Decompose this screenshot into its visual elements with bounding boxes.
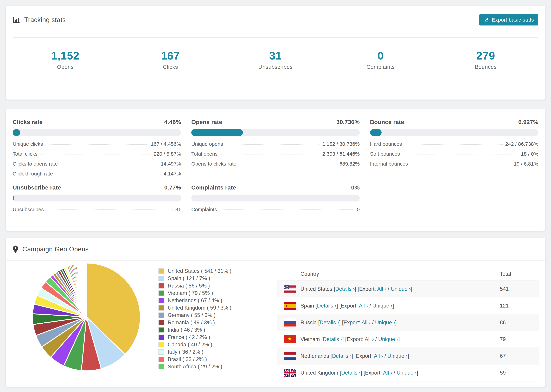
rates-grid: Clicks rate4.46%Unique clicks167 / 4.456… <box>6 109 545 217</box>
bracket: ] <box>398 336 400 342</box>
geo-total-vietnam: 79 <box>500 336 506 343</box>
stat-line-label: Unique clicks <box>13 141 43 147</box>
bracket: ] <box>407 353 409 359</box>
export-all-link-netherlands[interactable]: All › <box>374 353 383 359</box>
legend-item-south-africa[interactable]: South Africa ( 29 / 2% ) <box>158 363 231 370</box>
bracket: ] [ <box>336 303 341 309</box>
details-link-united-kingdom[interactable]: Details › <box>341 370 361 376</box>
legend-item-italy[interactable]: Italy ( 36 / 2% ) <box>158 348 231 356</box>
geo-total-united-kingdom: 59 <box>500 370 506 376</box>
dotted-leader <box>239 164 337 164</box>
tracking-stats-card: Tracking stats Export basic stats 1,152O… <box>6 6 545 100</box>
stat-line-click-through-rate: Click through rate4.147% <box>13 171 181 181</box>
stat-line-value: 18 / 0% <box>521 151 538 157</box>
legend-item-romania[interactable]: Romania ( 49 / 3% ) <box>158 319 231 326</box>
legend-label: Netherlands ( 67 / 4% ) <box>168 297 222 304</box>
legend-item-united-kingdom[interactable]: United Kingdom ( 59 / 3% ) <box>158 304 231 311</box>
export-all-link-united-states[interactable]: All › <box>377 286 386 292</box>
stat-value-complaints: 0 <box>377 49 384 62</box>
stat-line-label: Complaints <box>191 207 217 212</box>
campaign-geo-opens-card: Campaign Geo Opens United States ( 541 /… <box>6 238 545 387</box>
stat-line-hard-bounces: Hard bounces242 / 86.738% <box>370 141 538 151</box>
legend-item-france[interactable]: France ( 42 / 2% ) <box>158 334 231 341</box>
details-link-spain[interactable]: Details › <box>317 303 337 309</box>
rate-rows: Unsubscribes31 <box>13 207 181 217</box>
geo-table-row-netherlands: Netherlands [Details ›] [Export: All › /… <box>277 348 539 364</box>
stat-box-complaints: 0Complaints <box>328 38 433 82</box>
export-all-link-russia[interactable]: All › <box>361 320 371 325</box>
legend-item-vietnam[interactable]: Vietnam ( 79 / 5% ) <box>158 289 231 297</box>
export-unique-link-spain[interactable]: Unique › <box>372 303 392 309</box>
dotted-leader <box>220 210 354 210</box>
export-unique-link-netherlands[interactable]: Unique › <box>387 353 407 359</box>
geo-country-cell: Russia [Details ›] [Export: All › / Uniq… <box>300 320 397 326</box>
bracket: ] <box>393 303 394 309</box>
dotted-leader <box>226 144 319 145</box>
stat-value-unsubscribes: 31 <box>269 49 282 62</box>
netherlands-flag-icon <box>284 352 296 360</box>
country-name: Russia <box>300 320 318 325</box>
geo-country-cell: Spain [Details ›] [Export: All › / Uniqu… <box>300 303 394 309</box>
dotted-leader <box>56 174 161 174</box>
rate-panel-opens-rate: Opens rate30.736%Unique opens1,152 / 30.… <box>191 119 360 181</box>
details-link-russia[interactable]: Details › <box>320 320 339 325</box>
export-unique-link-united-kingdom[interactable]: Unique › <box>397 370 417 376</box>
legend-swatch <box>158 327 164 333</box>
stat-line-unsubscribes: Unsubscribes31 <box>13 207 181 217</box>
export-all-link-united-kingdom[interactable]: All › <box>383 370 392 376</box>
legend-item-russia[interactable]: Russia ( 86 / 5% ) <box>158 282 231 289</box>
germany-flag-icon <box>284 385 296 386</box>
rate-progress-fill <box>13 129 20 136</box>
bracket: ] [ <box>361 370 365 376</box>
legend-swatch <box>158 290 164 296</box>
dotted-leader <box>220 154 319 154</box>
dotted-leader <box>411 164 511 164</box>
slash-separator: / <box>386 286 391 292</box>
export-unique-link-vietnam[interactable]: Unique › <box>378 336 398 342</box>
export-all-link-spain[interactable]: All › <box>359 303 368 309</box>
export-label: Export: <box>356 353 374 359</box>
legend-item-netherlands[interactable]: Netherlands ( 67 / 4% ) <box>158 297 231 304</box>
rate-title-bounce-rate: Bounce rate <box>370 119 404 125</box>
legend-label: Brazil ( 33 / 2% ) <box>168 356 207 362</box>
legend-swatch <box>158 342 164 347</box>
legend-item-united-states[interactable]: United States ( 541 / 31% ) <box>158 267 231 275</box>
bracket: [ <box>316 303 317 309</box>
pie-slice-other-36 <box>86 263 86 317</box>
legend-item-canada[interactable]: Canada ( 40 / 2% ) <box>158 341 231 348</box>
russia-flag-icon <box>284 318 296 327</box>
legend-item-spain[interactable]: Spain ( 121 / 7% ) <box>158 275 231 282</box>
export-all-link-vietnam[interactable]: All › <box>365 336 374 342</box>
dotted-leader <box>47 210 173 210</box>
details-link-united-states[interactable]: Details › <box>335 286 355 292</box>
export-label: Export: <box>347 336 365 342</box>
total-column-header: Total <box>500 271 511 277</box>
bracket: ] [ <box>352 353 356 359</box>
geo-table-row-germany: Germany [Details ›] [Export: All › / Uni… <box>277 381 539 386</box>
tracking-stats-title-text: Tracking stats <box>24 16 66 24</box>
spain-flag-icon <box>284 302 296 310</box>
stat-value-opens: 1,152 <box>51 49 79 62</box>
legend-label: Russia ( 86 / 5% ) <box>168 283 210 289</box>
legend-item-germany[interactable]: Germany ( 55 / 3% ) <box>158 311 231 319</box>
export-basic-stats-button[interactable]: Export basic stats <box>479 14 538 26</box>
rate-panel-clicks-rate: Clicks rate4.46%Unique clicks167 / 4.456… <box>13 119 181 181</box>
rate-value-opens-rate: 30.736% <box>336 119 360 125</box>
legend-item-brazil[interactable]: Brazil ( 33 / 2% ) <box>158 356 231 363</box>
rates-card: Clicks rate4.46%Unique clicks167 / 4.456… <box>6 109 545 231</box>
export-unique-link-united-states[interactable]: Unique › <box>391 286 411 292</box>
stat-line-label: Internal bounces <box>370 161 408 167</box>
geo-opens-pie-chart <box>30 260 143 373</box>
slash-separator: / <box>371 320 375 325</box>
geo-country-cell: Netherlands [Details ›] [Export: All › /… <box>300 353 409 359</box>
geo-title: Campaign Geo Opens <box>13 245 89 253</box>
rate-progress-fill <box>370 129 381 136</box>
rate-value-unsubscribe-rate: 0.77% <box>164 184 181 191</box>
slash-separator: / <box>392 370 397 376</box>
details-link-netherlands[interactable]: Details › <box>332 353 352 359</box>
export-unique-link-russia[interactable]: Unique › <box>375 320 395 325</box>
vietnam-flag-icon <box>284 335 296 343</box>
details-link-vietnam[interactable]: Details › <box>323 336 342 342</box>
legend-item-india[interactable]: India ( 46 / 3% ) <box>158 326 231 334</box>
dotted-leader <box>60 164 158 164</box>
